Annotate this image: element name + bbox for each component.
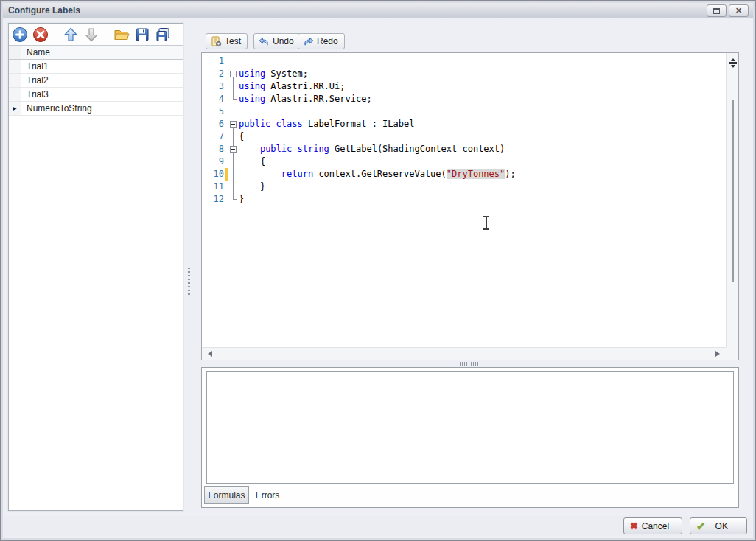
ok-button[interactable]: ✔ OK [690,517,747,534]
test-script-icon [211,36,222,47]
row-indicator [9,88,21,101]
fold-slot [228,105,239,118]
code-text: using Alastri.RR.Service; [239,93,726,105]
save-all-button[interactable] [155,27,171,43]
window-title: Configure Labels [8,5,80,15]
ok-button-label: OK [706,521,738,531]
redo-button[interactable]: Redo [298,33,345,49]
maximize-icon [713,8,720,14]
code-line: 10 return context.GetReserveValue("DryTo… [202,168,726,181]
fold-collapse-icon[interactable] [230,71,237,77]
row-indicator: ▸ [9,102,21,115]
list-item-label: Trial1 [21,60,183,73]
fold-collapse-icon[interactable] [230,121,237,128]
vertical-scrollbar[interactable] [726,53,738,347]
editor-split-handle-icon[interactable] [729,56,737,67]
vertical-splitter[interactable] [184,23,195,511]
undo-button[interactable]: Undo [253,33,301,49]
code-text [239,55,726,68]
code-line: 11 } [202,181,726,193]
tab-formulas-label: Formulas [208,490,245,500]
move-down-button[interactable] [83,27,99,43]
fold-slot [228,93,239,105]
code-line: 4using Alastri.RR.Service; [202,93,726,105]
list-item[interactable]: ▸NumericToString [9,102,183,116]
tab-errors-label: Errors [256,490,280,500]
line-number: 8 [202,143,224,156]
line-number: 6 [202,118,224,130]
scroll-left-icon[interactable] [205,351,212,357]
splitter-grip-icon [188,268,190,297]
code-line: 12} [202,193,726,206]
maximize-button[interactable] [707,4,727,17]
scrollbar-corner [726,347,738,360]
code-line: 8 public string GetLabel(ShadingContext … [202,143,726,156]
code-lines[interactable]: 12using System;3using Alastri.RR.Ui;4usi… [202,53,726,347]
double-floppy-icon [155,27,171,43]
fold-slot [228,168,239,181]
labels-list-panel: Name Trial1Trial2Trial3▸NumericToString [8,23,183,511]
line-number: 4 [202,93,224,105]
delete-item-button[interactable] [32,27,49,43]
open-folder-icon [113,27,130,43]
titlebar[interactable]: Configure Labels ✕ [3,3,753,18]
list-item[interactable]: Trial1 [9,60,183,74]
list-item-label: NumericToString [21,102,183,115]
redo-button-label: Redo [317,36,338,46]
line-number: 7 [202,130,224,143]
close-button[interactable]: ✕ [729,4,749,17]
fold-slot [228,55,239,68]
code-line: 1 [202,55,726,68]
move-up-button[interactable] [63,27,79,43]
list-toolbar [9,24,183,45]
configure-labels-dialog: Configure Labels ✕ [0,0,756,541]
grid-rows: Trial1Trial2Trial3▸NumericToString [9,60,183,116]
horizontal-splitter[interactable] [201,360,739,367]
line-number: 12 [202,193,224,206]
line-number: 9 [202,156,224,168]
list-item[interactable]: Trial3 [9,88,183,102]
code-text: using Alastri.RR.Ui; [239,80,726,93]
vertical-scrollbar-thumb[interactable] [732,100,734,282]
fold-collapse-icon[interactable] [230,146,237,153]
code-line: 5 [202,105,726,118]
horizontal-scrollbar[interactable] [202,347,726,360]
line-number: 2 [202,68,224,80]
floppy-disk-icon [134,27,150,43]
current-row-arrow-icon: ▸ [13,105,16,112]
code-line: 2using System; [202,68,726,80]
x-circle-icon [32,27,49,43]
scroll-right-icon[interactable] [715,351,723,357]
fold-slot [228,143,239,156]
open-button[interactable] [113,27,130,43]
errors-list[interactable] [206,371,734,484]
tab-errors[interactable]: Errors [251,486,284,504]
line-number: 5 [202,105,224,118]
grid-column-header-name[interactable]: Name [21,46,183,59]
list-item-label: Trial2 [21,74,183,87]
row-indicator [9,74,21,87]
undo-button-label: Undo [273,36,294,46]
code-text: } [239,181,726,193]
code-text: public class LabelFormat : ILabel [239,118,726,130]
grid-indicator-header [9,46,21,59]
output-panel: Formulas Errors [201,367,739,508]
save-button[interactable] [134,27,150,43]
ok-check-icon: ✔ [696,520,706,531]
close-icon: ✕ [735,7,742,15]
tab-formulas[interactable]: Formulas [204,486,249,504]
code-text: } [239,193,726,206]
test-button[interactable]: Test [206,33,248,49]
labels-grid: Name Trial1Trial2Trial3▸NumericToString [9,45,183,116]
cancel-button[interactable]: ✖ Cancel [623,517,682,534]
line-number: 10 [202,168,224,181]
list-item[interactable]: Trial2 [9,74,183,88]
cancel-button-label: Cancel [638,521,673,531]
add-item-button[interactable] [12,27,28,43]
code-editor[interactable]: 12using System;3using Alastri.RR.Ui;4usi… [201,52,739,360]
redo-arrow-icon [303,37,314,46]
test-button-label: Test [225,36,241,46]
text-cursor [482,216,490,230]
arrow-down-icon [83,27,99,43]
line-number: 11 [202,181,224,193]
